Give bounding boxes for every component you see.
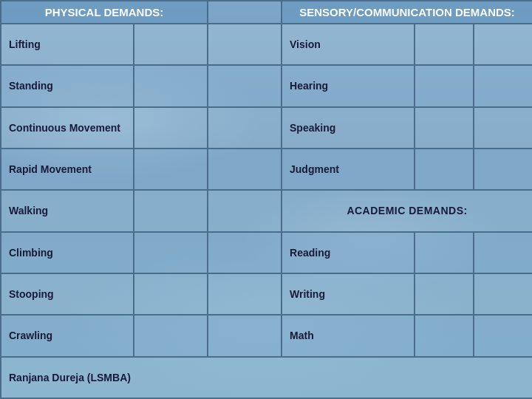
physical-label: Climbing [1,232,134,273]
sensory-check1 [415,315,474,356]
spacer [208,232,282,273]
sensory-check2 [474,65,532,106]
physical-check1 [134,149,208,190]
spacer [208,315,282,356]
sensory-check2 [474,232,532,273]
table-row: Walking ACADEMIC DEMANDS: [1,190,532,231]
sensory-label: Speaking [282,107,415,149]
header-row: PHYSICAL DEMANDS: SENSORY/COMMUNICATION … [1,1,532,24]
sensory-check2 [474,107,532,149]
physical-label: Rapid Movement [1,149,134,190]
physical-label: Continuous Movement [1,107,134,149]
spacer [208,190,282,231]
table-row: Continuous Movement Speaking [1,107,532,149]
table-row: Crawling Math [1,315,532,356]
sensory-label: Reading [282,232,415,273]
sensory-check1 [415,107,474,149]
sensory-label: Hearing [282,65,415,106]
sensory-check1 [415,232,474,273]
sensory-label: Vision [282,24,415,65]
sensory-check2 [474,315,532,356]
table-row: Rapid Movement Judgment [1,149,532,190]
spacer [208,273,282,315]
physical-demands-header: PHYSICAL DEMANDS: [1,1,208,24]
sensory-label: Writing [282,273,415,315]
spacer [208,149,282,190]
footer-row: Ranjana Dureja (LSMBA) [1,357,532,398]
sensory-check2 [474,273,532,315]
sensory-check1 [415,65,474,106]
header-spacer [208,1,282,24]
physical-check1 [134,107,208,149]
sensory-check2 [474,149,532,190]
table-row: Lifting Vision [1,24,532,65]
academic-demands-header: ACADEMIC DEMANDS: [282,190,532,231]
physical-check1 [134,232,208,273]
table-row: Standing Hearing [1,65,532,106]
physical-label: Walking [1,190,134,231]
physical-label: Lifting [1,24,134,65]
sensory-label: Math [282,315,415,356]
spacer [208,107,282,149]
page-container: PHYSICAL DEMANDS: SENSORY/COMMUNICATION … [0,0,532,399]
table-row: Stooping Writing [1,273,532,315]
footer-label: Ranjana Dureja (LSMBA) [1,357,532,398]
physical-check1 [134,65,208,106]
physical-check1 [134,24,208,65]
spacer [208,24,282,65]
demands-table: PHYSICAL DEMANDS: SENSORY/COMMUNICATION … [0,0,532,399]
physical-label: Crawling [1,315,134,356]
sensory-demands-header: SENSORY/COMMUNICATION DEMANDS: [282,1,532,24]
sensory-label: Judgment [282,149,415,190]
table-row: Climbing Reading [1,232,532,273]
physical-check1 [134,315,208,356]
physical-check1 [134,190,208,231]
sensory-check1 [415,149,474,190]
physical-check1 [134,273,208,315]
spacer [208,65,282,106]
physical-label: Standing [1,65,134,106]
sensory-check1 [415,24,474,65]
sensory-check2 [474,24,532,65]
physical-label: Stooping [1,273,134,315]
sensory-check1 [415,273,474,315]
